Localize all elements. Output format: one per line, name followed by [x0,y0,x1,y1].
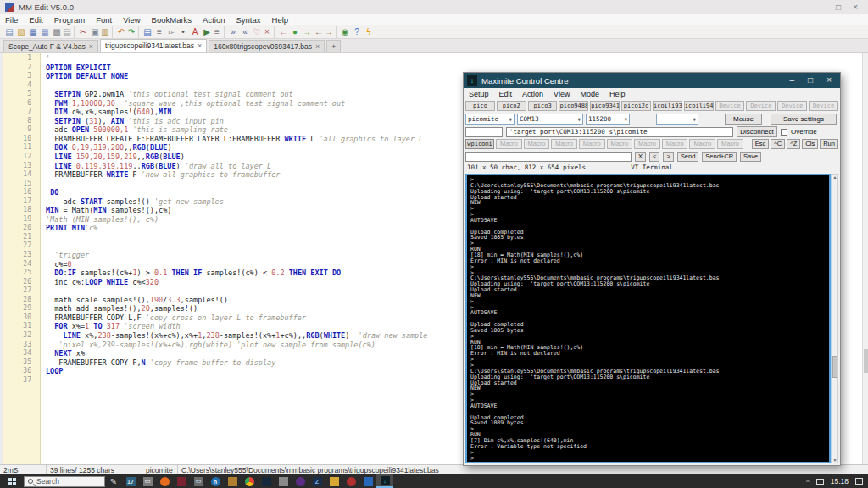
mmedit-menu-bookmarks[interactable]: BookMarks [152,15,192,25]
taskbar-app-maximite[interactable]: ↓ [376,474,393,488]
tab-close-icon[interactable]: × [315,42,320,51]
baud-rate-select[interactable]: 115200▼ [586,114,630,125]
close-doc-icon[interactable]: × [263,26,275,38]
send-button-send[interactable]: Send [677,152,699,162]
mmedit-minimize-icon[interactable]: – [820,3,825,12]
paste-icon[interactable]: ▥ [101,26,113,38]
device-type-select[interactable]: picomite▼ [465,114,515,125]
send-button-save[interactable]: Save [740,152,761,162]
maximite-menu-help[interactable]: Help [609,90,626,98]
mmedit-menu-syntax[interactable]: Syntax [236,15,260,25]
goto-icon[interactable]: ▶ [201,26,213,38]
save-icon[interactable]: ▦ [27,26,39,38]
control-button-c[interactable]: ^C [771,139,785,149]
maximite-minimize-icon[interactable]: – [790,76,795,85]
send-button-x[interactable]: X [635,152,646,162]
mouse-button[interactable]: Mouse [725,114,762,125]
forward-arrow-icon[interactable]: → [301,26,313,38]
prev-icon[interactable]: ← [313,26,325,38]
send-button-sendpluscr[interactable]: Send+CR [702,152,737,162]
mmedit-titlebar[interactable]: MM Edit V5.0.0 – □ × [0,0,868,14]
device-button-pico3[interactable]: pico3 [528,101,558,111]
device-button-pico[interactable]: pico [465,101,495,111]
maximite-menu-setup[interactable]: Setup [469,90,489,98]
mmedit-menu-edit[interactable]: Edit [29,15,42,25]
maximite-menu-view[interactable]: View [554,90,570,98]
terminal-scrollbar-thumb[interactable] [832,356,837,378]
taskbar-app-7[interactable] [224,474,241,488]
taskbar-app-9[interactable] [258,474,275,488]
tab-2[interactable]: trigupscopeili9341latest.bas× [100,39,207,52]
macro-button-wpicomi[interactable]: wpicomi [465,139,494,149]
device-button-icoili934[interactable]: icoili934 [653,101,682,111]
tray-network-icon[interactable] [816,479,824,485]
favorite-icon[interactable]: ♡ [251,26,263,38]
send-input[interactable] [465,152,632,162]
mmedit-menu-view[interactable]: View [123,15,140,25]
control-button-esc[interactable]: Esc [752,139,770,149]
device-button-icoili948[interactable]: icoili948 [684,101,714,111]
target-port-field[interactable]: 'target port\COM13:115200 s\picomite [506,127,733,137]
taskbar-app-explorer[interactable] [326,474,342,488]
tab-new-button[interactable]: + [326,40,341,52]
maximite-menu-edit[interactable]: Edit [499,90,513,98]
taskbar-app-6[interactable]: n [207,474,224,488]
bookmark-icon[interactable]: ▤ [142,26,153,38]
editor-scrollbar[interactable] [862,53,868,464]
taskbar-app-4[interactable] [173,474,190,488]
control-button-z[interactable]: ^Z [787,139,800,149]
next-icon[interactable]: → [325,26,337,38]
font-icon[interactable]: A [189,26,201,38]
device-button-pico9341[interactable]: pico9341 [590,101,620,111]
new-file-icon[interactable]: ▤ [3,26,15,38]
run-icon[interactable]: ● [289,26,301,38]
mmedit-menu-file[interactable]: File [5,15,18,25]
filter-field[interactable] [465,127,503,137]
terminal-scrollbar[interactable]: ▲ ▼ [832,174,838,463]
taskbar-app-5[interactable]: ▭ [190,474,207,488]
taskbar-app-12[interactable]: Z [309,474,326,488]
list-icon[interactable]: ≡ [153,26,165,38]
send-button-left[interactable]: < [649,152,659,162]
outdent-icon[interactable]: « [239,26,251,38]
mmedit-maximize-icon[interactable]: □ [836,3,841,12]
mmedit-menu-action[interactable]: Action [203,15,225,25]
terminal-output[interactable]: >C:\Users\stanley555\Documents\mmbasic p… [465,174,831,463]
tab-close-icon[interactable]: × [198,42,202,50]
dot-icon[interactable]: • [177,26,189,38]
maximite-close-icon[interactable]: × [826,76,832,85]
start-button[interactable] [0,474,24,488]
maximite-menu-action[interactable]: Action [522,90,543,98]
taskbar-app-2[interactable]: ▭ [139,474,156,488]
mmedit-menu-program[interactable]: Program [54,15,85,25]
taskbar-app-1[interactable]: 17 [122,474,139,488]
cut-icon[interactable]: ✂ [77,26,89,38]
undo-icon[interactable]: ↶ [115,26,127,38]
disconnect-button[interactable]: Disconnect [737,126,777,137]
tab-1[interactable]: Scope_Auto F & V4.bas× [3,40,98,52]
back-arrow-icon[interactable]: ← [277,26,289,38]
extra-select[interactable]: ▼ [656,114,698,125]
indent-icon[interactable]: » [227,26,239,38]
save-settings-button[interactable]: Save settings [771,114,837,125]
tray-chevron-up-icon[interactable]: ^ [806,478,810,485]
tab-close-icon[interactable]: × [89,42,93,51]
override-checkbox[interactable] [781,129,787,136]
taskbar-app-11[interactable] [292,474,309,488]
device-button-pico9488[interactable]: pico9488 [559,101,588,111]
outline-icon[interactable]: ≡ [213,26,225,38]
ink-workspace-icon[interactable]: ✎ [105,477,122,486]
maximite-maximize-icon[interactable]: □ [808,76,813,85]
scroll-down-icon[interactable]: ▼ [832,458,837,463]
help-icon[interactable]: ? [351,26,363,38]
print-icon[interactable]: ▤ [63,26,75,38]
scroll-up-icon[interactable]: ▲ [832,175,837,180]
save-as-icon[interactable]: ▦ [39,26,51,38]
notification-center-icon[interactable] [855,478,863,485]
mmedit-menu-font[interactable]: Font [96,15,112,25]
tab-3[interactable]: 160x80trigscopev0693417.bas× [209,40,325,52]
web-icon[interactable]: ◉ [339,26,351,38]
mmedit-menu-help[interactable]: Help [272,15,289,25]
linefeed-icon[interactable]: LF [165,26,177,38]
taskbar-app-10[interactable] [275,474,292,488]
